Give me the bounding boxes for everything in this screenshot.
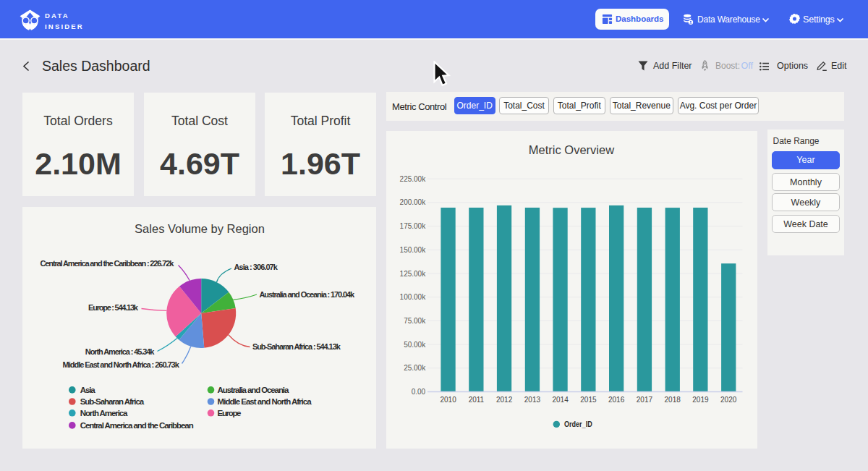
svg-text:North America : 45.34k: North America : 45.34k (85, 347, 155, 356)
svg-text:Australia and Oceania: Australia and Oceania (218, 386, 289, 394)
svg-text:125.00k: 125.00k (400, 270, 427, 278)
svg-text:Middle East and North Africa :: Middle East and North Africa : 260.73k (63, 360, 180, 369)
svg-text:2012: 2012 (496, 396, 513, 404)
svg-text:Metric Overview: Metric Overview (529, 143, 614, 156)
svg-text:25.00k: 25.00k (404, 364, 426, 372)
svg-text:Sales Volume by Region: Sales Volume by Region (135, 222, 265, 235)
svg-text:50.00k: 50.00k (404, 341, 426, 349)
svg-text:North America: North America (80, 409, 128, 417)
svg-text:Sub-Saharan Africa : 544.13k: Sub-Saharan Africa : 544.13k (252, 342, 341, 351)
svg-text:2017: 2017 (637, 396, 653, 404)
svg-text:2020: 2020 (720, 396, 737, 404)
svg-text:2010: 2010 (440, 396, 456, 404)
svg-text:Central America and the Caribb: Central America and the Caribbean : 226.… (41, 259, 175, 268)
svg-text:Order_ID: Order_ID (564, 420, 592, 428)
svg-text:2019: 2019 (692, 396, 709, 404)
svg-text:2018: 2018 (665, 396, 681, 404)
svg-text:2013: 2013 (524, 396, 541, 404)
svg-text:0.00: 0.00 (412, 388, 426, 396)
svg-text:Middle East and North Africa: Middle East and North Africa (218, 397, 312, 406)
svg-text:2016: 2016 (608, 396, 625, 404)
svg-text:Europe : 544.13k: Europe : 544.13k (88, 303, 139, 312)
svg-text:Australia and Oceania : 170.04: Australia and Oceania : 170.04k (260, 290, 356, 299)
svg-text:200.00k: 200.00k (400, 198, 427, 206)
svg-text:100.00k: 100.00k (400, 293, 427, 301)
svg-text:75.00k: 75.00k (404, 317, 426, 325)
svg-text:2014: 2014 (552, 396, 569, 404)
svg-text:Central America and the Caribb: Central America and the Caribbean (80, 421, 194, 430)
svg-text:Europe: Europe (218, 409, 242, 417)
svg-text:225.00k: 225.00k (400, 175, 427, 183)
svg-text:2011: 2011 (469, 396, 485, 404)
svg-text:150.00k: 150.00k (400, 246, 427, 254)
svg-text:Asia: Asia (80, 386, 96, 394)
svg-text:Sub-Saharan Africa: Sub-Saharan Africa (80, 397, 145, 406)
svg-text:2015: 2015 (580, 396, 597, 404)
svg-text:175.00k: 175.00k (400, 222, 427, 230)
svg-text:Asia : 306.07k: Asia : 306.07k (234, 263, 278, 271)
